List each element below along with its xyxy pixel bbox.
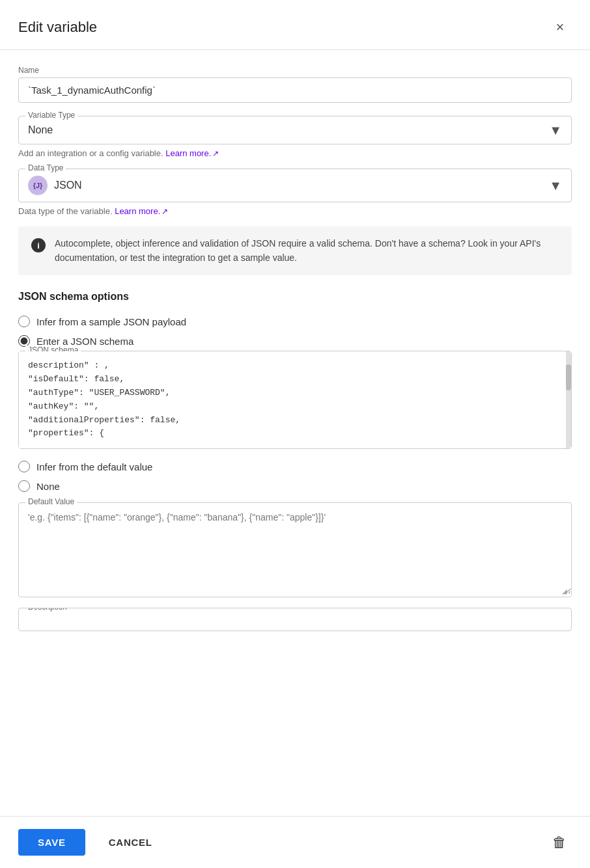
variable-type-help: Add an integration or a config variable.… <box>18 148 572 158</box>
json-schema-scrollbar-thumb <box>566 364 571 390</box>
data-type-learn-more-link[interactable]: Learn more.↗ <box>115 206 168 216</box>
data-type-help-text: Data type of the variable. <box>18 206 115 216</box>
dialog-content: Name Variable Type None ▼ Add an integra… <box>0 50 590 647</box>
radio-infer-sample-label: Infer from a sample JSON payload <box>36 316 186 327</box>
delete-button[interactable]: 🗑 <box>547 829 572 856</box>
close-button[interactable]: × <box>548 16 572 39</box>
external-link-icon: ↗ <box>212 149 219 158</box>
data-type-help: Data type of the variable. Learn more.↗ <box>18 206 572 216</box>
data-type-value: JSON <box>54 180 82 191</box>
json-schema-line-1: description" : , <box>28 359 562 373</box>
resize-handle-icon: ◢ <box>562 588 570 595</box>
radio-option-infer-default[interactable]: Infer from the default value <box>18 457 572 476</box>
info-box: i Autocomplete, object inference and val… <box>18 226 572 275</box>
radio-none-label: None <box>36 481 60 492</box>
json-schema-line-5: "additionalProperties": false, <box>28 414 562 427</box>
info-icon: i <box>31 238 46 252</box>
data-type-field: Data Type {J} JSON ▼ <box>18 169 572 202</box>
radio-infer-default-label: Infer from the default value <box>36 461 152 472</box>
data-type-label: Data Type <box>25 163 66 172</box>
data-type-row: {J} JSON <box>19 169 571 202</box>
description-field-partial: Description <box>18 608 572 631</box>
default-value-container: Default Value ◢ <box>18 502 572 597</box>
json-schema-line-2: "isDefault": false, <box>28 373 562 387</box>
dialog-title: Edit variable <box>18 19 97 36</box>
radio-enter-schema-label: Enter a JSON schema <box>36 336 133 347</box>
default-value-label: Default Value <box>25 497 77 506</box>
json-schema-line-6: "properties": { <box>28 427 562 441</box>
cancel-button[interactable]: CANCEL <box>96 829 165 856</box>
external-link-icon-2: ↗ <box>162 207 168 216</box>
info-text: Autocomplete, object inference and valid… <box>55 237 559 265</box>
radio-infer-default[interactable] <box>18 461 30 472</box>
name-field-group: Name <box>18 66 572 103</box>
radio-group: Infer from a sample JSON payload Enter a… <box>18 312 572 496</box>
json-schema-content[interactable]: description" : , "isDefault": false, "au… <box>19 351 571 448</box>
json-schema-line-3: "authType": "USER_PASSWORD", <box>28 387 562 400</box>
radio-infer-sample[interactable] <box>18 316 30 327</box>
variable-type-select[interactable]: None <box>19 116 571 144</box>
json-schema-options-title: JSON schema options <box>18 291 572 303</box>
radio-option-none[interactable]: None <box>18 476 572 496</box>
delete-icon: 🗑 <box>552 834 567 850</box>
description-label: Description <box>25 608 70 612</box>
save-button[interactable]: SAVE <box>18 829 85 856</box>
variable-type-field: Variable Type None ▼ <box>18 116 572 144</box>
dialog-footer: SAVE CANCEL 🗑 <box>0 816 590 868</box>
variable-type-help-text: Add an integration or a config variable. <box>18 148 165 158</box>
dialog-header: Edit variable × <box>0 0 590 50</box>
radio-none[interactable] <box>18 480 30 492</box>
json-schema-line-4: "authKey": "", <box>28 400 562 414</box>
json-badge: {J} <box>28 176 48 195</box>
radio-option-enter-schema[interactable]: Enter a JSON schema <box>18 331 572 351</box>
default-value-textarea[interactable] <box>19 503 571 594</box>
json-schema-scrollbar <box>566 351 571 448</box>
name-label: Name <box>18 66 572 75</box>
name-input[interactable] <box>18 77 572 103</box>
radio-option-infer-sample[interactable]: Infer from a sample JSON payload <box>18 312 572 331</box>
variable-type-learn-more-link[interactable]: Learn more.↗ <box>165 148 219 158</box>
json-schema-container: JSON schema description" : , "isDefault"… <box>18 351 572 449</box>
variable-type-label: Variable Type <box>25 111 77 120</box>
